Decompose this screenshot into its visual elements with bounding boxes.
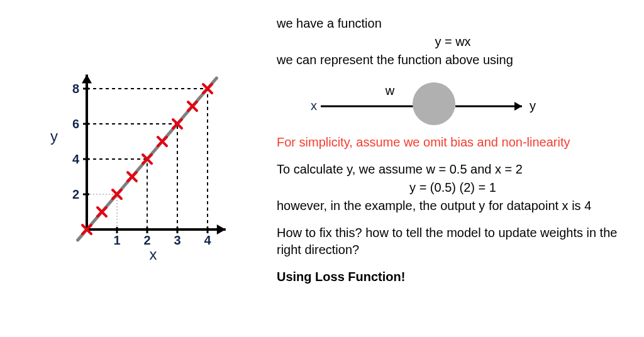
line-assumption: For simplicity, assume we omit bias and … [277,134,629,151]
line-answer: Using Loss Function! [277,268,629,285]
line-mismatch: however, in the example, the output y fo… [277,197,629,214]
svg-text:y: y [50,128,58,145]
line-calc-intro: To calculate y, we assume w = 0.5 and x … [277,161,629,178]
neuron-svg: x w y [296,74,560,128]
svg-text:x: x [150,246,157,261]
svg-point-51 [413,82,455,125]
neuron-x-label: x [311,99,317,113]
line-represent: we can represent the function above usin… [277,52,629,69]
neuron-y-label: y [530,99,536,113]
line-calc-eq: y = (0.5) (2) = 1 [277,179,629,196]
svg-text:1: 1 [113,233,120,247]
svg-marker-13 [82,75,92,84]
svg-text:2: 2 [72,187,79,201]
scatter-chart: 12342468xy [36,53,231,261]
line-intro: we have a function [277,15,629,32]
svg-text:4: 4 [72,152,80,166]
line-question: How to fix this? how to tell the model t… [277,224,629,258]
svg-text:6: 6 [72,117,79,131]
svg-text:4: 4 [204,233,211,247]
neuron-w-label: w [385,84,395,97]
svg-text:3: 3 [174,233,180,247]
svg-text:8: 8 [72,82,79,96]
explanation-panel: we have a function y = wx we can represe… [277,15,629,287]
line-equation: y = wx [277,33,629,50]
neuron-diagram: x w y [296,74,560,128]
chart-container: 12342468xy [36,53,231,261]
svg-text:2: 2 [143,233,150,247]
svg-marker-53 [514,102,522,111]
svg-marker-11 [217,224,226,235]
